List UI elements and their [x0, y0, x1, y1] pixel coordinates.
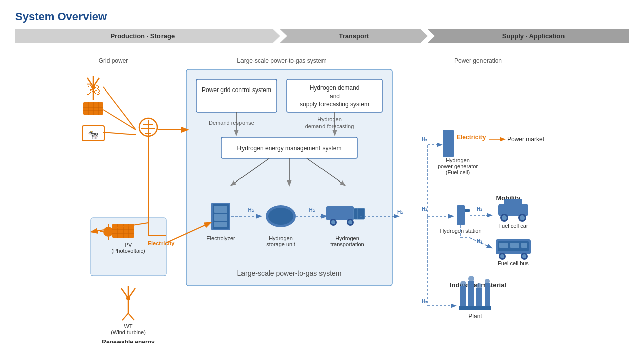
wt-sublabel: (Wind-turbine)	[111, 329, 146, 335]
h2-label2: H₂	[309, 207, 314, 213]
svg-point-21	[331, 220, 335, 224]
phase-bar: Production · Storage Transport Supply · …	[15, 29, 629, 43]
h2-label-mobility: H₂	[422, 206, 427, 212]
line-wind-tower	[103, 87, 136, 130]
electrolyzer-mid	[214, 214, 227, 221]
svg-rect-61	[485, 283, 490, 306]
page-title: System Overview	[15, 10, 629, 23]
grid-power-label: Grid power	[99, 57, 128, 64]
storage-label2: storage unit	[266, 241, 295, 247]
bus-icon	[496, 239, 531, 260]
hems-text: Hydrogen energy management system	[237, 145, 342, 152]
car-icon	[498, 199, 528, 222]
svg-rect-18	[326, 206, 354, 220]
electrolyzer-label: Electrolyzer	[206, 235, 235, 241]
h2-forecast-text3: supply forecasting system	[300, 101, 369, 108]
renewable-energy-label: Renewable energy	[102, 339, 155, 343]
phase-supply: Supply · Application	[428, 29, 629, 43]
pv-label: PV	[125, 242, 132, 248]
h2-label-plant: H₂	[422, 299, 427, 304]
transport-label2: transportation	[330, 241, 364, 247]
h2-demand-forecast-label1: Hydrogen	[317, 116, 342, 122]
electricity-label-right: Electricity	[457, 134, 486, 141]
svg-rect-44	[504, 199, 522, 206]
phase-transport: Transport	[280, 29, 428, 43]
svg-point-48	[520, 215, 525, 220]
h2-power-gen-label2: power generator	[438, 163, 478, 169]
h2-label-power-gen: H₂	[422, 137, 427, 142]
h2-power-gen-label1: Hydrogen	[446, 157, 470, 163]
solar-panel-icon	[83, 102, 103, 115]
svg-line-41	[122, 313, 128, 320]
transport-label1: Hydrogen	[335, 235, 359, 241]
wind-turbine-bottom-icon	[121, 286, 135, 320]
line-solar-tower	[103, 110, 136, 130]
line-bio-tower	[103, 132, 136, 135]
power-grid-control-text1: Power grid control system	[202, 86, 271, 94]
svg-rect-53	[521, 243, 527, 248]
svg-text:🐄: 🐄	[88, 129, 99, 140]
h2-label-bus: H₂	[477, 238, 482, 244]
pv-sublabel: (Photovoltaic)	[111, 248, 145, 254]
h2-forecast-text1: Hydrogen demand	[310, 84, 360, 92]
h2-label-transport: H₂	[397, 209, 403, 215]
demand-response-label: Demand response	[209, 120, 254, 126]
h2-demand-forecast-label2: demand forecasting	[305, 123, 354, 129]
power-market-label: Power market	[507, 136, 545, 143]
svg-rect-51	[499, 243, 508, 248]
svg-rect-52	[510, 243, 519, 248]
svg-point-57	[522, 254, 526, 258]
h2-forecast-text2: and	[330, 93, 340, 100]
svg-rect-60	[476, 288, 482, 306]
h-station-nozzle	[465, 209, 470, 212]
svg-rect-62	[459, 306, 491, 310]
ptg-label-top: Large-scale power-to-gas system	[237, 57, 326, 64]
car-label: Fuel cell car	[498, 223, 528, 229]
h2-label-car: H₂	[477, 206, 482, 212]
ptg-bottom-label: Large-scale power-to-gas system	[237, 269, 342, 277]
diagram-svg: Grid power Large-scale power-to-gas syst…	[15, 52, 629, 343]
svg-point-55	[500, 254, 504, 258]
electrolyzer-bot	[214, 222, 227, 227]
svg-point-46	[502, 215, 507, 220]
svg-point-23	[348, 220, 352, 224]
svg-point-65	[476, 283, 482, 289]
svg-point-64	[468, 276, 474, 282]
svg-point-40	[126, 296, 130, 300]
power-grid-control-box	[196, 79, 277, 112]
svg-rect-58	[460, 286, 466, 306]
h-station-icon	[457, 205, 465, 225]
svg-point-63	[460, 281, 466, 287]
electrolyzer-top	[214, 206, 227, 213]
power-gen-icon	[443, 130, 454, 157]
h2-storage-inner	[268, 208, 293, 225]
svg-rect-59	[468, 281, 474, 306]
h2-power-gen-label3: (Fuel cell)	[446, 169, 470, 175]
power-generation-label: Power generation	[454, 57, 502, 64]
svg-line-42	[128, 313, 134, 320]
svg-rect-19	[354, 208, 365, 219]
phase-production: Production · Storage	[15, 29, 280, 43]
plant-label: Plant	[468, 313, 482, 320]
bus-label: Fuel cell bus	[498, 260, 529, 266]
svg-point-66	[485, 279, 490, 284]
wt-label: WT	[124, 323, 132, 329]
h2-label1: H₂	[248, 207, 253, 213]
biomass-icon: 🐄	[82, 126, 104, 141]
svg-point-4	[91, 85, 95, 89]
storage-label1: Hydrogen	[269, 235, 293, 241]
